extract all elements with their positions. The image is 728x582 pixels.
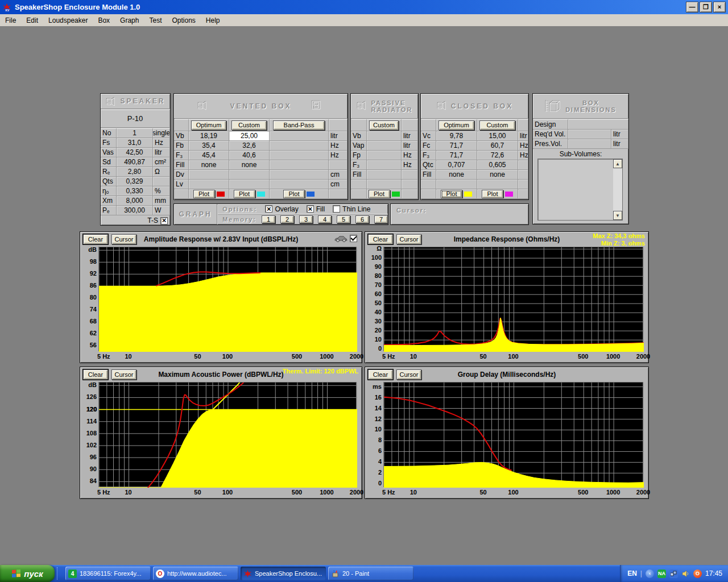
param-unit xyxy=(153,177,170,186)
param-label: Fill xyxy=(421,170,436,180)
taskbar-task-paint[interactable]: 20 - Paint xyxy=(328,567,413,580)
plot-area[interactable] xyxy=(98,382,357,487)
spacer-cell xyxy=(351,180,367,189)
close-button[interactable]: × xyxy=(713,2,726,13)
plot-area[interactable] xyxy=(98,247,357,351)
memory-button-6[interactable]: 6 xyxy=(355,215,369,223)
language-indicator[interactable]: EN xyxy=(627,569,637,577)
param-unit: W xyxy=(153,206,170,215)
x-tick-label: 50 xyxy=(480,353,487,360)
param-label: Fill xyxy=(351,170,367,180)
menu-item-loudspeaker[interactable]: Loudspeaker xyxy=(43,15,93,26)
speaker-no-mode[interactable]: single xyxy=(153,128,170,138)
option-checkbox-thin-line[interactable] xyxy=(333,205,340,213)
taskbar-task-speakershop[interactable]: SpeakerShop Enclosu... xyxy=(241,567,326,580)
menubar: FileEditLoudspeakerBoxGraphTestOptionsHe… xyxy=(0,14,728,27)
car-response-checkbox[interactable] xyxy=(350,235,357,242)
param-unit xyxy=(518,160,528,170)
memory-label: Memory: xyxy=(222,216,257,223)
passive-radiator-title: PASSIVERADIATOR xyxy=(371,99,412,113)
memory-button-3[interactable]: 3 xyxy=(299,215,313,223)
menu-item-options[interactable]: Options xyxy=(167,15,200,26)
param-label: Qtc xyxy=(421,160,436,170)
cursor-button[interactable]: Cursor xyxy=(396,369,421,380)
closed-box-plot-button[interactable]: Plot xyxy=(441,190,462,198)
y-tick-label: 10 xyxy=(365,336,382,343)
menu-item-box[interactable]: Box xyxy=(93,15,115,26)
subvolumes-scrollbar[interactable]: ▲▼ xyxy=(613,159,622,220)
taskbar-task-forex[interactable]: 4183696115: Forex4y... xyxy=(65,567,151,580)
option-checkbox-overlay[interactable]: × xyxy=(265,205,272,213)
spacer-cell xyxy=(518,119,528,131)
memory-button-7[interactable]: 7 xyxy=(374,215,388,223)
vented-box-plot-button[interactable]: Plot xyxy=(234,190,255,198)
menu-item-file[interactable]: File xyxy=(0,15,21,26)
volume-value[interactable] xyxy=(568,139,611,149)
clear-button[interactable]: Clear xyxy=(83,234,108,244)
closed-box-optimum-button[interactable]: Optimum xyxy=(439,120,474,130)
custom-vb-input[interactable]: 25,00 xyxy=(229,131,270,141)
volume-icon[interactable] xyxy=(681,569,690,578)
vented-box-optimum-button[interactable]: Optimum xyxy=(191,120,226,130)
param-value: 32,6 xyxy=(229,141,270,151)
passive-radiator-custom-button[interactable]: Custom xyxy=(369,120,399,130)
speaker-no-value[interactable]: 1 xyxy=(117,128,153,138)
plot-area[interactable] xyxy=(383,247,643,351)
vented-box-plot-button[interactable]: Plot xyxy=(193,190,215,198)
chart-annotation: Max Z: 34,3 ohmsMin Z: 3, ohms xyxy=(593,232,645,247)
ts-checkbox[interactable]: × xyxy=(160,217,168,225)
passive-radiator-icon xyxy=(356,100,367,113)
cursor-button[interactable]: Cursor xyxy=(111,369,136,380)
subvolumes-listbox[interactable]: ▲▼ xyxy=(537,159,623,221)
cursor-button[interactable]: Cursor xyxy=(111,234,136,244)
vented-box-plot-button[interactable]: Plot xyxy=(283,190,305,198)
network-icon[interactable] xyxy=(669,569,678,578)
y-tick-label: 120 xyxy=(80,406,97,413)
param-label: Vas xyxy=(101,148,117,157)
design-label[interactable]: Design xyxy=(533,119,568,130)
param-value: 72,6 xyxy=(477,151,518,160)
plot-area[interactable] xyxy=(383,382,643,487)
clear-button[interactable]: Clear xyxy=(83,369,108,380)
speaker-panel: SPEAKERP-10No1singleFs31,0HzVas42,50litr… xyxy=(100,93,171,226)
memory-button-1[interactable]: 1 xyxy=(262,215,275,223)
menu-item-test[interactable]: Test xyxy=(144,15,167,26)
memory-button-4[interactable]: 4 xyxy=(318,215,332,223)
speaker-model[interactable]: P-10 xyxy=(101,110,170,128)
memory-button-2[interactable]: 2 xyxy=(280,215,294,223)
param-value xyxy=(229,170,270,180)
menu-item-graph[interactable]: Graph xyxy=(115,15,144,26)
vented-box-header: VENTED BOX xyxy=(174,94,348,119)
option-checkbox-fill[interactable]: × xyxy=(307,205,314,213)
cursor-button[interactable]: Cursor xyxy=(396,234,421,244)
vented-box-band-pass-button[interactable]: Band-Pass xyxy=(273,120,325,130)
icq-status-icon[interactable]: NA xyxy=(657,569,666,578)
closed-box-custom-button[interactable]: Custom xyxy=(479,120,515,130)
restore-button[interactable]: ❐ xyxy=(700,2,712,13)
collapse-chevron-icon[interactable]: ‹ xyxy=(646,569,654,578)
option-overlay: ×Overlay xyxy=(265,205,298,213)
passive-radiator-plot-button[interactable]: Plot xyxy=(369,190,390,198)
scroll-down-button[interactable]: ▼ xyxy=(613,211,622,220)
clear-button[interactable]: Clear xyxy=(368,234,393,244)
opera-tray-icon[interactable]: O xyxy=(693,569,702,578)
volume-value[interactable] xyxy=(568,130,611,139)
chart-header: ClearCursorMaximum Acoustic Power (dBPWL… xyxy=(80,367,362,382)
param-value: 8,000 xyxy=(117,196,153,206)
scroll-up-button[interactable]: ▲ xyxy=(613,159,622,168)
x-tick-label: 10 xyxy=(125,489,131,496)
memory-button-5[interactable]: 5 xyxy=(337,215,350,223)
spacer-cell xyxy=(174,189,189,199)
minimize-button[interactable]: — xyxy=(686,2,698,13)
closed-box-plot-button[interactable]: Plot xyxy=(482,190,503,198)
y-tick-label: 100 xyxy=(365,254,382,261)
start-button[interactable]: пуск xyxy=(0,565,55,582)
task-label: 20 - Paint xyxy=(342,570,369,577)
clear-button[interactable]: Clear xyxy=(368,369,393,380)
svg-text:KV: KV xyxy=(6,8,10,11)
speaker-no-label: No xyxy=(101,128,117,138)
vented-box-custom-button[interactable]: Custom xyxy=(231,120,267,130)
menu-item-edit[interactable]: Edit xyxy=(21,15,43,26)
menu-item-help[interactable]: Help xyxy=(201,15,225,26)
taskbar-task-opera[interactable]: Ohttp://www.audiotec... xyxy=(153,567,238,580)
